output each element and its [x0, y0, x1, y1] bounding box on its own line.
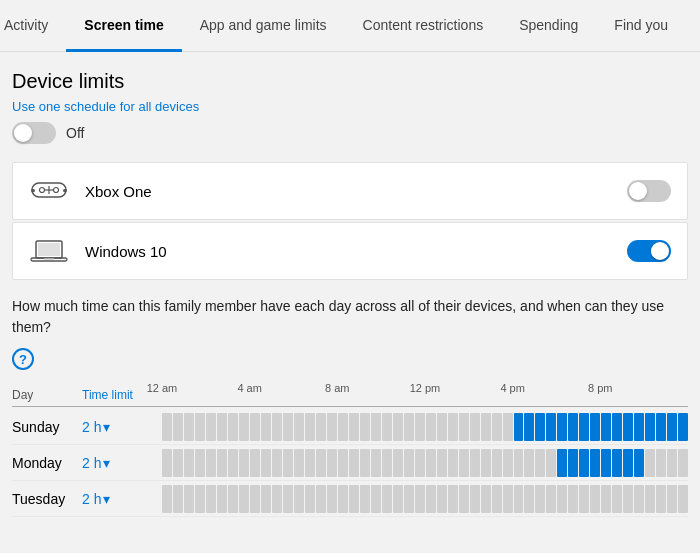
grid-block-22[interactable]: [404, 413, 414, 441]
grid-block-43[interactable]: [634, 449, 644, 477]
nav-item-spending[interactable]: Spending: [501, 0, 596, 52]
grid-block-9[interactable]: [261, 413, 271, 441]
grid-block-42[interactable]: [623, 413, 633, 441]
grid-block-40[interactable]: [601, 485, 611, 513]
grid-block-36[interactable]: [557, 449, 567, 477]
grid-block-15[interactable]: [327, 413, 337, 441]
grid-block-18[interactable]: [360, 485, 370, 513]
grid-block-1[interactable]: [173, 449, 183, 477]
grid-block-21[interactable]: [393, 413, 403, 441]
all-devices-toggle[interactable]: [12, 122, 56, 144]
grid-block-11[interactable]: [283, 449, 293, 477]
grid-block-19[interactable]: [371, 413, 381, 441]
grid-block-42[interactable]: [623, 449, 633, 477]
grid-block-34[interactable]: [535, 413, 545, 441]
grid-block-12[interactable]: [294, 485, 304, 513]
grid-block-10[interactable]: [272, 485, 282, 513]
grid-block-20[interactable]: [382, 413, 392, 441]
grid-block-39[interactable]: [590, 449, 600, 477]
grid-block-24[interactable]: [426, 449, 436, 477]
grid-block-37[interactable]: [568, 413, 578, 441]
grid-block-42[interactable]: [623, 485, 633, 513]
grid-block-25[interactable]: [437, 413, 447, 441]
grid-block-6[interactable]: [228, 413, 238, 441]
grid-block-16[interactable]: [338, 413, 348, 441]
grid-block-23[interactable]: [415, 449, 425, 477]
grid-block-39[interactable]: [590, 413, 600, 441]
grid-block-30[interactable]: [492, 449, 502, 477]
grid-block-33[interactable]: [524, 413, 534, 441]
grid-block-17[interactable]: [349, 485, 359, 513]
nav-item-screen-time[interactable]: Screen time: [66, 0, 181, 52]
grid-block-46[interactable]: [667, 413, 677, 441]
grid-block-45[interactable]: [656, 413, 666, 441]
grid-block-16[interactable]: [338, 485, 348, 513]
grid-block-37[interactable]: [568, 449, 578, 477]
grid-block-30[interactable]: [492, 485, 502, 513]
grid-block-35[interactable]: [546, 485, 556, 513]
grid-block-26[interactable]: [448, 413, 458, 441]
grid-block-8[interactable]: [250, 485, 260, 513]
grid-block-10[interactable]: [272, 413, 282, 441]
grid-block-25[interactable]: [437, 449, 447, 477]
limit-tuesday[interactable]: 2 h▾: [82, 491, 162, 507]
grid-block-28[interactable]: [470, 413, 480, 441]
grid-block-2[interactable]: [184, 485, 194, 513]
grid-block-47[interactable]: [678, 449, 688, 477]
limit-sunday[interactable]: 2 h▾: [82, 419, 162, 435]
grid-block-12[interactable]: [294, 413, 304, 441]
grid-block-40[interactable]: [601, 413, 611, 441]
grid-block-15[interactable]: [327, 485, 337, 513]
grid-block-23[interactable]: [415, 485, 425, 513]
grid-block-9[interactable]: [261, 449, 271, 477]
grid-block-41[interactable]: [612, 413, 622, 441]
limit-monday[interactable]: 2 h▾: [82, 455, 162, 471]
grid-block-5[interactable]: [217, 413, 227, 441]
grid-block-27[interactable]: [459, 449, 469, 477]
nav-item-content-restrictions[interactable]: Content restrictions: [345, 0, 502, 52]
grid-block-30[interactable]: [492, 413, 502, 441]
grid-block-22[interactable]: [404, 449, 414, 477]
grid-block-39[interactable]: [590, 485, 600, 513]
nav-item-app-game-limits[interactable]: App and game limits: [182, 0, 345, 52]
grid-block-46[interactable]: [667, 485, 677, 513]
grid-block-12[interactable]: [294, 449, 304, 477]
grid-block-32[interactable]: [514, 485, 524, 513]
grid-block-9[interactable]: [261, 485, 271, 513]
grid-block-2[interactable]: [184, 413, 194, 441]
grid-block-29[interactable]: [481, 485, 491, 513]
grid-block-20[interactable]: [382, 449, 392, 477]
grid-block-4[interactable]: [206, 449, 216, 477]
grid-block-1[interactable]: [173, 413, 183, 441]
grid-block-31[interactable]: [503, 413, 513, 441]
grid-block-8[interactable]: [250, 449, 260, 477]
grid-block-11[interactable]: [283, 485, 293, 513]
grid-block-13[interactable]: [305, 413, 315, 441]
grid-block-38[interactable]: [579, 449, 589, 477]
grid-block-17[interactable]: [349, 449, 359, 477]
grid-block-35[interactable]: [546, 449, 556, 477]
grid-block-43[interactable]: [634, 485, 644, 513]
help-icon[interactable]: ?: [12, 348, 34, 370]
grid-block-0[interactable]: [162, 485, 172, 513]
all-devices-link[interactable]: all devices: [138, 99, 199, 114]
grid-block-3[interactable]: [195, 449, 205, 477]
grid-block-26[interactable]: [448, 449, 458, 477]
grid-block-34[interactable]: [535, 485, 545, 513]
grid-block-27[interactable]: [459, 413, 469, 441]
grid-block-2[interactable]: [184, 449, 194, 477]
grid-block-25[interactable]: [437, 485, 447, 513]
grid-block-24[interactable]: [426, 485, 436, 513]
grid-block-45[interactable]: [656, 485, 666, 513]
grid-block-47[interactable]: [678, 485, 688, 513]
grid-block-46[interactable]: [667, 449, 677, 477]
grid-block-45[interactable]: [656, 449, 666, 477]
grid-block-7[interactable]: [239, 449, 249, 477]
grid-block-5[interactable]: [217, 485, 227, 513]
grid-block-16[interactable]: [338, 449, 348, 477]
grid-block-17[interactable]: [349, 413, 359, 441]
grid-block-38[interactable]: [579, 413, 589, 441]
grid-block-14[interactable]: [316, 413, 326, 441]
grid-block-5[interactable]: [217, 449, 227, 477]
grid-block-41[interactable]: [612, 485, 622, 513]
